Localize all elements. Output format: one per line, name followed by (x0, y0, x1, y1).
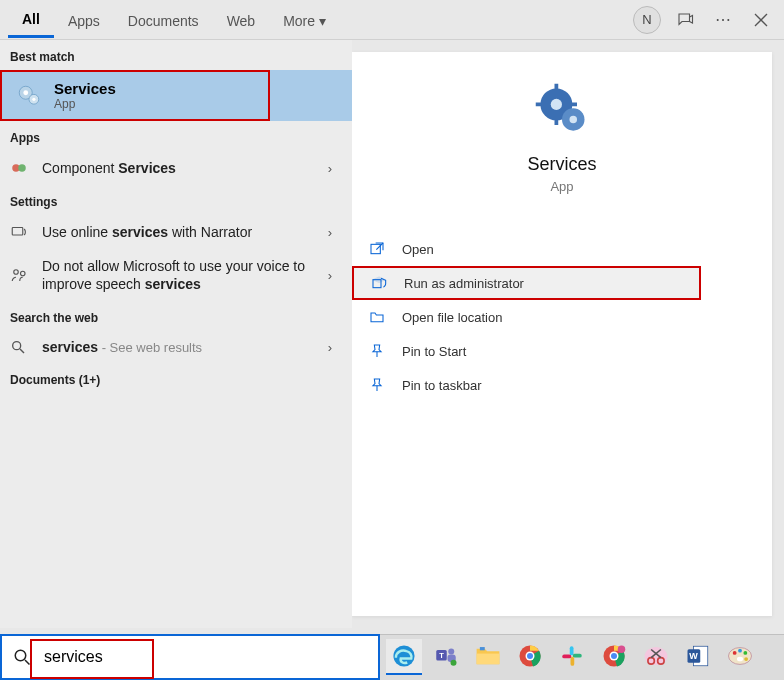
svg-point-37 (527, 653, 533, 659)
preview-title: Services (527, 154, 596, 175)
svg-point-5 (32, 97, 35, 100)
best-match-header: Best match (0, 40, 352, 70)
result-label: Use online services with Narrator (42, 224, 328, 240)
tab-web[interactable]: Web (213, 3, 270, 37)
svg-rect-8 (12, 228, 23, 236)
search-input[interactable] (42, 647, 378, 667)
open-icon (368, 240, 386, 258)
action-label: Run as administrator (404, 276, 524, 291)
narrator-icon (10, 223, 30, 241)
action-label: Open (402, 242, 434, 257)
chevron-right-icon: › (328, 225, 342, 240)
result-component-services[interactable]: Component Services › (0, 151, 352, 185)
result-label: Do not allow Microsoft to use your voice… (42, 257, 328, 293)
chevron-right-icon: › (328, 161, 342, 176)
result-web-services[interactable]: services - See web results › (0, 331, 352, 363)
action-pin-to-taskbar[interactable]: Pin to taskbar (352, 368, 772, 402)
svg-rect-41 (562, 655, 571, 659)
svg-text:W: W (689, 651, 698, 661)
search-bar[interactable] (0, 634, 380, 680)
svg-point-56 (738, 649, 742, 653)
documents-header: Documents (1+) (0, 363, 352, 393)
taskbar-paint-icon[interactable] (722, 639, 758, 675)
svg-point-58 (744, 657, 748, 661)
svg-point-3 (23, 90, 28, 95)
svg-rect-16 (555, 119, 559, 125)
svg-line-12 (20, 349, 24, 353)
search-icon (10, 339, 30, 355)
svg-rect-18 (571, 103, 577, 107)
preview-panel: Services App Open Run as administrator O… (352, 52, 772, 616)
taskbar-teams-icon[interactable]: T (428, 639, 464, 675)
pin-start-icon (368, 342, 386, 360)
best-match-sub: App (54, 97, 116, 111)
chevron-right-icon: › (328, 268, 342, 283)
action-label: Open file location (402, 310, 502, 325)
best-match-services[interactable]: Services App (0, 70, 270, 121)
gear-icon (16, 83, 42, 109)
svg-point-20 (570, 116, 578, 124)
apps-header: Apps (0, 121, 352, 151)
svg-point-45 (618, 646, 626, 654)
taskbar-slack-icon[interactable] (554, 639, 590, 675)
svg-point-59 (737, 657, 743, 662)
feedback-icon[interactable] (670, 5, 700, 35)
avatar-initial: N (633, 6, 661, 34)
tab-documents[interactable]: Documents (114, 3, 213, 37)
tab-apps[interactable]: Apps (54, 3, 114, 37)
svg-point-14 (551, 99, 562, 110)
best-match-title: Services (54, 80, 116, 97)
search-icon (2, 648, 42, 666)
svg-point-55 (733, 651, 737, 655)
svg-text:T: T (439, 651, 444, 660)
top-tabs: All Apps Documents Web More ▾ N ⋯ (0, 0, 784, 40)
action-open[interactable]: Open (352, 232, 772, 266)
chevron-down-icon: ▾ (319, 13, 326, 29)
action-open-file-location[interactable]: Open file location (352, 300, 772, 334)
svg-rect-38 (570, 646, 574, 655)
chevron-right-icon: › (328, 340, 342, 355)
result-label: Component Services (42, 160, 328, 176)
taskbar-chrome-icon[interactable] (512, 639, 548, 675)
result-narrator-services[interactable]: Use online services with Narrator › (0, 215, 352, 249)
action-label: Pin to taskbar (402, 378, 482, 393)
svg-point-10 (21, 271, 26, 276)
action-run-as-administrator[interactable]: Run as administrator (352, 266, 701, 300)
actions-list: Open Run as administrator Open file loca… (352, 232, 772, 402)
taskbar: T W (380, 634, 784, 680)
tab-all[interactable]: All (8, 1, 54, 38)
search-web-header: Search the web (0, 301, 352, 331)
svg-rect-17 (536, 103, 542, 107)
svg-point-44 (611, 653, 617, 659)
pin-taskbar-icon (368, 376, 386, 394)
speech-icon (10, 266, 30, 284)
taskbar-chrome2-icon[interactable] (596, 639, 632, 675)
taskbar-word-icon[interactable]: W (680, 639, 716, 675)
user-avatar[interactable]: N (632, 5, 662, 35)
svg-point-7 (18, 164, 26, 172)
svg-point-9 (14, 270, 19, 275)
close-icon[interactable] (746, 5, 776, 35)
services-app-icon (532, 80, 592, 140)
svg-rect-21 (371, 244, 380, 253)
component-services-icon (10, 159, 30, 177)
taskbar-snip-icon[interactable] (638, 639, 674, 675)
action-pin-to-start[interactable]: Pin to Start (352, 334, 772, 368)
more-icon[interactable]: ⋯ (708, 5, 738, 35)
taskbar-explorer-icon[interactable] (470, 639, 506, 675)
result-speech-services[interactable]: Do not allow Microsoft to use your voice… (0, 249, 352, 301)
folder-icon (368, 308, 386, 326)
svg-rect-15 (555, 84, 559, 90)
action-label: Pin to Start (402, 344, 466, 359)
svg-rect-40 (571, 657, 575, 666)
result-label: services - See web results (42, 339, 328, 355)
svg-line-26 (25, 660, 30, 665)
svg-rect-34 (480, 647, 485, 650)
taskbar-edge-icon[interactable] (386, 639, 422, 675)
tab-more[interactable]: More ▾ (269, 3, 340, 37)
results-panel: Best match Services App Apps Component S… (0, 40, 352, 628)
svg-rect-39 (573, 654, 582, 658)
svg-point-32 (451, 660, 457, 666)
svg-point-30 (448, 649, 454, 655)
preview-subtitle: App (550, 179, 573, 194)
